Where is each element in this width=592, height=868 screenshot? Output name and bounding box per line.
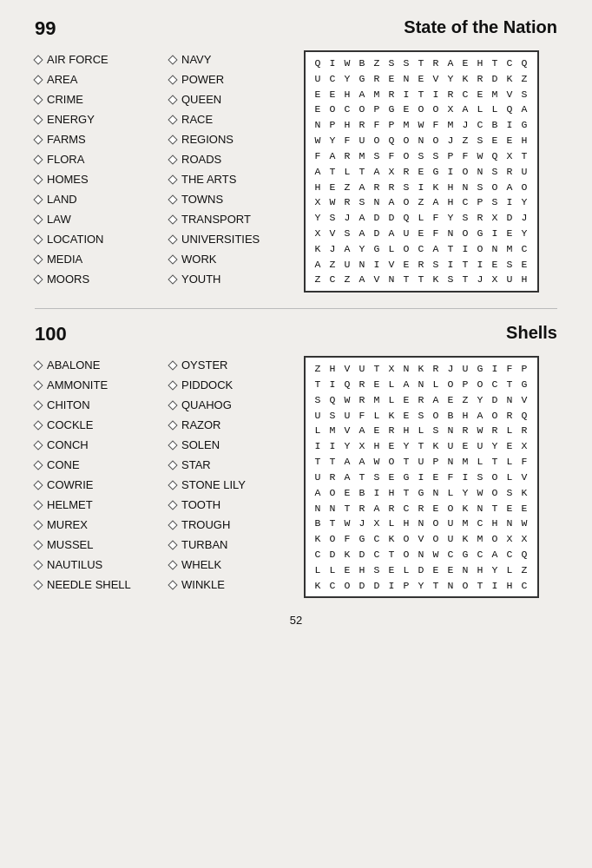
grid-cell: I bbox=[429, 87, 444, 102]
grid-row: NPHRFPMWFMJCBIG bbox=[311, 117, 532, 133]
grid-cell: M bbox=[444, 117, 458, 133]
grid-cell: H bbox=[311, 180, 326, 195]
grid-cell: Y bbox=[355, 241, 370, 257]
diamond-icon bbox=[33, 560, 43, 569]
grid-cell: E bbox=[429, 562, 444, 578]
word-label: AMMONITE bbox=[47, 378, 108, 391]
grid-cell: R bbox=[444, 87, 458, 102]
grid-cell: Y bbox=[399, 438, 414, 454]
grid-cell: M bbox=[503, 241, 517, 257]
word-label: QUEEN bbox=[181, 93, 221, 106]
grid-cell: H bbox=[385, 485, 399, 501]
word-label: WINKLE bbox=[181, 578, 225, 591]
diamond-icon bbox=[33, 380, 43, 390]
grid-cell: I bbox=[370, 485, 385, 501]
word-label: STONE LILY bbox=[181, 478, 246, 491]
grid-cell: R bbox=[340, 148, 355, 164]
word-label: THE ARTS bbox=[181, 173, 236, 186]
diamond-icon bbox=[168, 480, 177, 490]
grid-cell: R bbox=[340, 194, 355, 210]
grid-cell: L bbox=[340, 164, 355, 180]
word-item: MOORS bbox=[35, 270, 161, 288]
grid-cell: X bbox=[444, 102, 458, 117]
grid-cell: O bbox=[370, 133, 385, 148]
grid-cell: O bbox=[399, 531, 414, 547]
grid-cell: M bbox=[370, 392, 385, 408]
grid-cell: S bbox=[311, 392, 326, 408]
word-label: TOWNS bbox=[181, 193, 223, 206]
grid-cell: E bbox=[399, 408, 414, 424]
grid-cell: I bbox=[326, 56, 340, 71]
grid-cell: L bbox=[503, 454, 517, 470]
grid-cell: F bbox=[458, 148, 473, 164]
grid-row: YSJADDQLFYSRXDJ bbox=[311, 210, 532, 226]
grid-cell: T bbox=[429, 578, 444, 594]
word-item: STAR bbox=[169, 456, 295, 474]
grid-cell: J bbox=[458, 117, 473, 133]
word-label: REGIONS bbox=[181, 133, 234, 146]
grid-cell: X bbox=[355, 438, 370, 454]
diamond-icon bbox=[33, 580, 43, 589]
grid-cell: A bbox=[340, 454, 355, 470]
grid-cell: P bbox=[473, 194, 488, 210]
grid-cell: N bbox=[473, 501, 488, 516]
grid-cell: S bbox=[503, 257, 517, 273]
grid-cell: R bbox=[414, 501, 429, 516]
grid-cell: C bbox=[326, 71, 340, 87]
grid-cell: X bbox=[311, 194, 326, 210]
grid-row: KOFGCKOVOUKMOXX bbox=[311, 531, 532, 547]
grid-cell: W bbox=[473, 148, 488, 164]
grid-cell: R bbox=[370, 71, 385, 87]
grid-cell: O bbox=[429, 133, 444, 148]
word-label: POWER bbox=[181, 73, 224, 86]
grid-cell: C bbox=[473, 516, 488, 531]
grid-cell: G bbox=[473, 361, 488, 377]
grid-cell: N bbox=[311, 117, 326, 133]
word-item: RACE bbox=[169, 110, 295, 128]
grid-cell: A bbox=[355, 272, 370, 287]
grid-row: ZHVUTXNKRJUGIFP bbox=[311, 361, 532, 377]
grid-cell: I bbox=[488, 226, 503, 241]
word-label: CONCH bbox=[47, 438, 89, 451]
grid-cell: G bbox=[355, 71, 370, 87]
grid-cell: K bbox=[458, 531, 473, 547]
grid-cell: X bbox=[370, 516, 385, 531]
grid-cell: H bbox=[517, 272, 532, 287]
grid-cell: K bbox=[429, 272, 444, 287]
word-item: WHELK bbox=[169, 556, 295, 574]
grid-cell: D bbox=[370, 578, 385, 594]
grid-cell: E bbox=[399, 257, 414, 273]
grid-cell: G bbox=[429, 164, 444, 180]
puzzle-99-word-list: AIR FORCENAVYAREAPOWERCRIMEQUEENENERGYRA… bbox=[35, 50, 295, 293]
grid-cell: Y bbox=[473, 392, 488, 408]
word-item: THE ARTS bbox=[169, 170, 295, 188]
grid-cell: O bbox=[517, 180, 532, 195]
word-item: FLORA bbox=[35, 150, 161, 168]
grid-cell: K bbox=[458, 501, 473, 516]
word-label: PIDDOCK bbox=[181, 378, 233, 391]
puzzle-100-word-list: ABALONEOYSTERAMMONITEPIDDOCKCHITONQUAHOG… bbox=[35, 356, 295, 598]
grid-cell: Y bbox=[414, 578, 429, 594]
grid-cell: Q bbox=[517, 408, 532, 424]
grid-cell: K bbox=[429, 180, 444, 195]
grid-cell: U bbox=[311, 470, 326, 485]
grid-cell: E bbox=[503, 501, 517, 516]
grid-cell: A bbox=[311, 164, 326, 180]
word-item: TROUGH bbox=[169, 516, 295, 534]
grid-cell: C bbox=[370, 547, 385, 562]
word-label: QUAHOG bbox=[181, 398, 232, 411]
grid-cell: R bbox=[473, 210, 488, 226]
grid-row: IIYXHEYTKUEUYEX bbox=[311, 438, 532, 454]
grid-cell: T bbox=[340, 501, 355, 516]
word-item: REGIONS bbox=[169, 130, 295, 148]
grid-row: EEHAMRITIRCEMVS bbox=[311, 87, 532, 102]
grid-cell: H bbox=[444, 194, 458, 210]
grid-cell: P bbox=[385, 117, 399, 133]
grid-cell: A bbox=[370, 501, 385, 516]
grid-cell: J bbox=[444, 361, 458, 377]
grid-cell: O bbox=[429, 516, 444, 531]
grid-cell: P bbox=[458, 377, 473, 392]
grid-cell: P bbox=[429, 454, 444, 470]
grid-cell: L bbox=[488, 102, 503, 117]
grid-cell: H bbox=[517, 133, 532, 148]
